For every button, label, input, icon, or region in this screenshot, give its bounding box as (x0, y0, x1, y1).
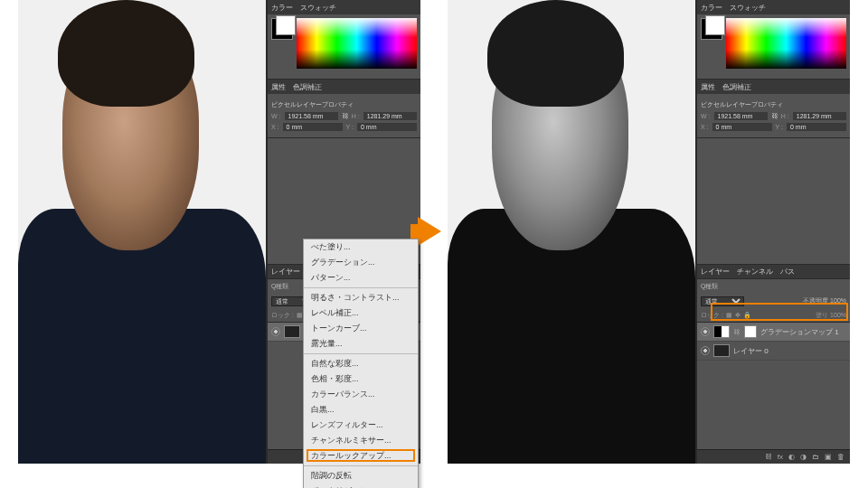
visibility-icon[interactable] (701, 346, 710, 355)
layer-name[interactable]: グラデーションマップ 1 (760, 327, 839, 337)
tab-channels[interactable]: チャンネル (737, 267, 773, 277)
link-icon[interactable]: ⛓ (342, 113, 348, 119)
menu-item[interactable]: グラデーション... (304, 255, 418, 270)
w-label: W : (271, 113, 281, 119)
layer-thumb (713, 344, 730, 357)
new-layer-icon[interactable]: ▣ (825, 453, 832, 461)
portrait-bw (448, 0, 695, 464)
color-panel (268, 14, 420, 80)
fg-bg-swatch[interactable] (271, 18, 293, 40)
layers-panel-right: レイヤー チャンネル パス Q種類 通常 不透明度 100% ロック : ▦ ✥… (697, 264, 850, 464)
menu-item[interactable]: 階調の反転 (304, 468, 418, 483)
color-spectrum[interactable] (297, 18, 417, 69)
tab-adjustments[interactable]: 色調補正 (293, 82, 322, 92)
fill-value[interactable]: 100% (830, 312, 846, 318)
lock-position-icon[interactable]: ✥ (735, 312, 741, 319)
menu-item[interactable]: 露光量... (304, 336, 418, 352)
tab-color[interactable]: カラー (701, 3, 722, 13)
tab-layers[interactable]: レイヤー (701, 267, 730, 277)
menu-item[interactable]: チャンネルミキサー... (304, 433, 418, 448)
tab-swatches[interactable]: スウォッチ (300, 3, 336, 13)
visibility-icon[interactable] (271, 327, 280, 336)
color-tabbar: カラー スウォッチ (268, 0, 420, 14)
layer-row-0[interactable]: レイヤー 0 (697, 342, 850, 361)
arrow-icon (418, 217, 441, 246)
y-label: Y : (346, 124, 354, 130)
folder-icon[interactable]: 🗀 (812, 453, 819, 461)
adjustment-thumb (713, 325, 730, 338)
tab-adjustments[interactable]: 色調補正 (722, 82, 751, 92)
menu-item[interactable]: べた塗り... (304, 239, 418, 255)
props-title: ピクセルレイヤープロパティ (271, 100, 354, 109)
blend-mode-select[interactable]: 通常 (701, 296, 744, 306)
link-icon[interactable]: ⛓ (733, 329, 741, 335)
tab-swatches[interactable]: スウォッチ (730, 3, 766, 13)
lock-pixels-icon[interactable]: ▦ (297, 312, 303, 319)
w-field[interactable]: 1921.58 mm (285, 112, 338, 120)
menu-item[interactable]: 明るさ・コントラスト... (304, 290, 418, 305)
fg-bg-swatch[interactable] (701, 18, 722, 40)
menu-item[interactable]: カラールックアップ... (304, 448, 418, 464)
kind-filter[interactable]: Q種類 (701, 282, 718, 291)
app-window-right: カラー スウォッチ 属性 色調補正 ピクセルレイヤープロパティ W : 1921… (448, 0, 850, 464)
opacity-value[interactable]: 100% (830, 297, 846, 304)
layer-name[interactable]: レイヤー 0 (733, 346, 769, 356)
x-field[interactable]: 0 mm (712, 123, 772, 131)
canvas-right[interactable] (448, 0, 696, 464)
link-layers-icon[interactable]: ⛓ (765, 453, 772, 461)
lock-pixels-icon[interactable]: ▦ (726, 312, 732, 319)
menu-item[interactable]: レンズフィルター... (304, 418, 418, 433)
link-icon[interactable]: ⛓ (771, 113, 778, 119)
trash-icon[interactable]: 🗑 (837, 453, 844, 461)
kind-filter[interactable]: Q種類 (271, 282, 288, 291)
tab-properties[interactable]: 属性 (271, 82, 286, 92)
mask-thumb (744, 325, 757, 338)
menu-item[interactable]: カラーバランス... (304, 387, 418, 402)
h-label: H : (352, 113, 360, 119)
canvas-left[interactable] (18, 0, 267, 464)
menu-item[interactable]: 白黒... (304, 402, 418, 418)
y-field[interactable]: 0 mm (357, 123, 417, 131)
menu-item[interactable]: ポスタリゼーション... (304, 483, 418, 488)
x-label: X : (271, 124, 279, 130)
layer-thumb (284, 325, 300, 338)
lock-label: ロック : (271, 311, 294, 320)
properties-panel: ピクセルレイヤープロパティ W : 1921.58 mm ⛓ H : 1281.… (268, 94, 420, 138)
w-field[interactable]: 1921.58 mm (714, 112, 768, 120)
tab-properties[interactable]: 属性 (701, 82, 715, 92)
menu-item[interactable]: 自然な彩度... (304, 356, 418, 371)
tab-paths[interactable]: パス (780, 267, 795, 277)
menu-item[interactable]: パターン... (304, 270, 418, 286)
adjustment-layer-menu: べた塗り...グラデーション...パターン...明るさ・コントラスト...レベル… (303, 239, 419, 488)
mask-icon[interactable]: ◐ (788, 453, 795, 461)
layer-row-gradmap[interactable]: ⛓ グラデーションマップ 1 (697, 323, 850, 342)
menu-item[interactable]: レベル補正... (304, 305, 418, 321)
h-field[interactable]: 1281.29 mm (793, 112, 846, 120)
tab-color[interactable]: カラー (271, 3, 293, 13)
x-field[interactable]: 0 mm (283, 123, 343, 131)
y-field[interactable]: 0 mm (787, 123, 846, 131)
adjustment-menu-icon[interactable]: ◑ (800, 453, 807, 461)
fx-icon[interactable]: fx (778, 453, 783, 461)
right-panels-right: カラー スウォッチ 属性 色調補正 ピクセルレイヤープロパティ W : 1921… (696, 0, 850, 464)
h-field[interactable]: 1281.29 mm (363, 112, 417, 120)
color-spectrum[interactable] (726, 18, 846, 69)
menu-item[interactable]: 色相・彩度... (304, 371, 418, 387)
menu-item[interactable]: トーンカーブ... (304, 321, 418, 336)
visibility-icon[interactable] (701, 327, 710, 336)
props-tabbar: 属性 色調補正 (268, 80, 420, 94)
portrait-color (18, 0, 266, 464)
lock-all-icon[interactable]: 🔒 (743, 312, 751, 319)
tab-layers[interactable]: レイヤー (271, 267, 300, 277)
